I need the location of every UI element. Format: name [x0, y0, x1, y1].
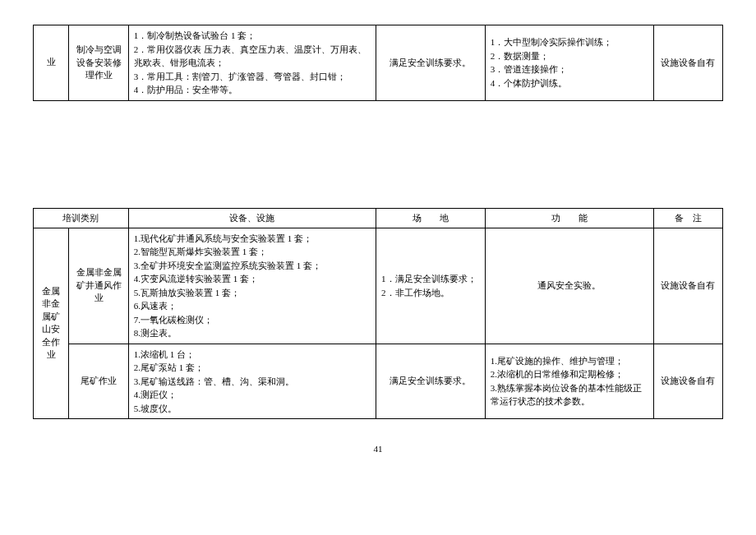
table-bottom: 培训类别 设备、设施 场 地 功 能 备 注 金属非金属矿山安全作业 金属非金属…: [33, 208, 723, 420]
cell-function: 1．大中型制冷实际操作训练； 2．数据测量； 3．管道连接操作； 4．个体防护训…: [485, 25, 653, 101]
cell-equipment: 1．制冷制热设备试验台 1 套； 2．常用仪器仪表 压力表、真空压力表、温度计、…: [128, 25, 376, 101]
cell-site: 1．满足安全训练要求； 2．非工作场地。: [376, 228, 486, 344]
table-row: 金属非金属矿山安全作业 金属非金属矿井通风作业 1.现代化矿井通风系统与安全实验…: [34, 228, 723, 344]
header-equipment: 设备、设施: [128, 208, 376, 228]
cell-equipment: 1.现代化矿井通风系统与安全实验装置 1 套； 2.智能型瓦斯爆炸实验装置 1 …: [128, 228, 376, 344]
page-number: 41: [33, 444, 723, 454]
spacer: [33, 101, 723, 208]
table-row: 尾矿作业 1.浓缩机 1 台； 2.尾矿泵站 1 套； 3.尾矿输送线路：管、槽…: [34, 344, 723, 419]
cell-subcategory: 尾矿作业: [69, 344, 128, 419]
cell-site: 满足安全训练要求。: [376, 344, 486, 419]
header-type: 培训类别: [34, 208, 129, 228]
cell-note: 设施设备自有: [653, 228, 722, 344]
cell-equipment: 1.浓缩机 1 台； 2.尾矿泵站 1 套； 3.尾矿输送线路：管、槽、沟、渠和…: [128, 344, 376, 419]
header-note: 备 注: [653, 208, 722, 228]
table-row: 业 制冷与空调设备安装修理作业 1．制冷制热设备试验台 1 套； 2．常用仪器仪…: [34, 25, 723, 101]
cell-site: 满足安全训练要求。: [376, 25, 486, 101]
header-function: 功 能: [485, 208, 653, 228]
cell-group: 金属非金属矿山安全作业: [34, 228, 69, 419]
header-site: 场 地: [376, 208, 486, 228]
cell-note: 设施设备自有: [653, 25, 722, 101]
table-header-row: 培训类别 设备、设施 场 地 功 能 备 注: [34, 208, 723, 228]
cell-note: 设施设备自有: [653, 344, 722, 419]
table-top: 业 制冷与空调设备安装修理作业 1．制冷制热设备试验台 1 套； 2．常用仪器仪…: [33, 25, 723, 101]
cell-category: 业: [34, 25, 69, 101]
cell-subcategory: 金属非金属矿井通风作业: [69, 228, 128, 344]
cell-function: 1.尾矿设施的操作、维护与管理； 2.浓缩机的日常维修和定期检修； 3.熟练掌握…: [485, 344, 653, 419]
cell-subcategory: 制冷与空调设备安装修理作业: [69, 25, 128, 101]
cell-function: 通风安全实验。: [485, 228, 653, 344]
